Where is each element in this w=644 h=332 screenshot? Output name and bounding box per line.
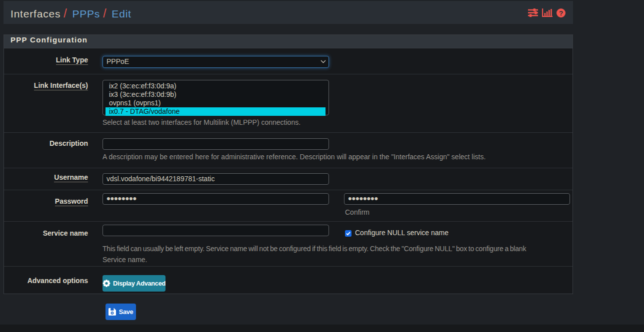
svg-text:?: ?	[559, 9, 563, 16]
